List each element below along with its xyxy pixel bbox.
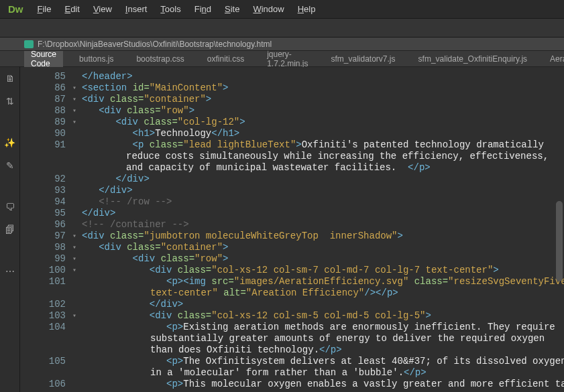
related-files-tabs: Source Code buttons.js bootstrap.css oxf… bbox=[0, 51, 564, 67]
code-text: </p> bbox=[408, 162, 431, 173]
code-text: class= bbox=[178, 310, 211, 321]
menu-window[interactable]: Window bbox=[247, 1, 290, 17]
menu-edit[interactable]: Edit bbox=[58, 1, 85, 17]
menu-site[interactable]: Site bbox=[219, 1, 245, 17]
code-text: class= bbox=[408, 276, 448, 287]
more-icon[interactable]: ⋯ bbox=[4, 265, 16, 277]
line-number: 87 bbox=[20, 94, 70, 105]
code-text: > bbox=[223, 253, 228, 264]
line-number bbox=[20, 162, 70, 174]
line-number bbox=[20, 151, 70, 162]
code-text: class= bbox=[144, 117, 177, 127]
code-text: <div bbox=[82, 242, 127, 253]
code-text: > bbox=[426, 310, 431, 321]
tab-oxfiniti-css[interactable]: oxfiniti.css bbox=[201, 52, 251, 66]
code-text: text-center" bbox=[150, 287, 218, 298]
code-text: </header> bbox=[82, 71, 133, 82]
code-text: class= bbox=[127, 242, 160, 253]
code-text: <h1> bbox=[82, 128, 155, 139]
code-text: "col-xs-12 col-sm-5 col-md-5 col-lg-5" bbox=[211, 310, 425, 321]
tab-aeration-svg[interactable]: AerationEfficiency.svg bbox=[543, 52, 564, 66]
tab-buttons-js[interactable]: buttons.js bbox=[72, 52, 120, 66]
code-text: </p> bbox=[404, 367, 427, 378]
toolbar-strip bbox=[0, 19, 564, 38]
menubar: Dw File Edit View Insert Tools Find Site… bbox=[0, 0, 564, 19]
left-tool-rail: 🗎 ⇅ ✨ ✎ 🗨 🗐 ⋯ bbox=[0, 67, 20, 392]
code-text: > bbox=[398, 231, 403, 241]
wand-icon[interactable]: ✨ bbox=[4, 137, 16, 149]
menu-view[interactable]: View bbox=[87, 1, 118, 17]
line-number: 86 bbox=[20, 82, 70, 94]
code-text: Existing aeration methods are enormously… bbox=[183, 322, 555, 332]
code-text: /></p> bbox=[364, 287, 398, 298]
line-number bbox=[20, 333, 70, 344]
code-text: <p bbox=[82, 139, 150, 150]
menu-insert[interactable]: Insert bbox=[119, 1, 154, 17]
brush-icon[interactable]: ✎ bbox=[4, 159, 16, 172]
code-text: Technology bbox=[155, 128, 211, 139]
main-region: 🗎 ⇅ ✨ ✎ 🗨 🗐 ⋯ 85868788899091929394959697… bbox=[0, 67, 564, 392]
code-text: "container" bbox=[144, 94, 205, 105]
code-text: <div bbox=[82, 253, 161, 264]
code-text: <div bbox=[82, 94, 110, 105]
code-text: than does Oxfiniti technology. bbox=[150, 344, 319, 355]
line-number: 91 bbox=[20, 139, 70, 151]
line-number bbox=[20, 344, 70, 356]
app-logo: Dw bbox=[8, 3, 23, 15]
code-text: </div> bbox=[82, 299, 183, 310]
code-text: <div bbox=[82, 231, 110, 241]
line-number: 99 bbox=[20, 253, 70, 265]
code-text: > bbox=[296, 139, 301, 150]
code-text: class= bbox=[161, 253, 194, 264]
line-number: 93 bbox=[20, 185, 70, 196]
line-number: 85 bbox=[20, 71, 70, 82]
tab-sfm-validate-enquiry-js[interactable]: sfm_validate_OxfinitiEnquiry.js bbox=[412, 52, 534, 66]
tab-bootstrap-css[interactable]: bootstrap.css bbox=[129, 52, 190, 66]
code-text: <p><img bbox=[82, 276, 211, 287]
code-area[interactable]: </header> <section id="MainContent"> <di… bbox=[82, 71, 556, 390]
code-editor[interactable]: 8586878889909192939495969798991001011021… bbox=[20, 67, 564, 392]
menu-find[interactable]: Find bbox=[188, 1, 217, 17]
code-text: class= bbox=[110, 94, 144, 105]
code-text: in a 'molecular' form rather than a 'bub… bbox=[150, 367, 404, 378]
code-text: <div bbox=[82, 265, 178, 275]
code-text: <p> bbox=[82, 379, 183, 389]
code-text: Oxfiniti's patented technology dramatica… bbox=[302, 139, 544, 150]
code-text: > bbox=[189, 105, 194, 116]
tab-sfm-validator-js[interactable]: sfm_validatorv7.js bbox=[325, 52, 402, 66]
menu-file[interactable]: File bbox=[32, 1, 58, 17]
line-number: 106 bbox=[20, 379, 70, 390]
menu-tools[interactable]: Tools bbox=[154, 1, 186, 17]
menu-help[interactable]: Help bbox=[292, 1, 322, 17]
code-text: substantially greater amounts of energy … bbox=[150, 333, 545, 344]
code-text: reduce costs simultaneously while increa… bbox=[126, 151, 549, 161]
code-text: > bbox=[239, 117, 245, 127]
vertical-scrollbar[interactable] bbox=[556, 67, 563, 392]
line-number: 92 bbox=[20, 174, 70, 185]
code-text: </p> bbox=[319, 344, 342, 355]
line-gutter: 8586878889909192939495969798991001011021… bbox=[20, 67, 70, 390]
code-text: <div bbox=[82, 310, 178, 321]
line-number: 105 bbox=[20, 356, 70, 367]
code-text: "Areation Efficiency" bbox=[246, 287, 364, 298]
code-text: <!-- /row --> bbox=[82, 196, 172, 207]
code-text: <p> bbox=[82, 322, 183, 332]
code-text: <div bbox=[82, 105, 127, 116]
code-text: > bbox=[223, 82, 228, 93]
transfer-icon[interactable]: ⇅ bbox=[4, 95, 16, 107]
code-text: "col-lg-12" bbox=[178, 117, 239, 127]
code-text: "container" bbox=[161, 242, 223, 253]
code-text: > bbox=[206, 94, 211, 105]
code-text: id= bbox=[133, 82, 150, 93]
file-icon bbox=[24, 40, 34, 48]
line-number: 102 bbox=[20, 299, 70, 310]
line-number: 94 bbox=[20, 196, 70, 208]
file-manager-icon[interactable]: 🗎 bbox=[4, 72, 16, 84]
code-text: class= bbox=[127, 105, 160, 116]
code-text: "resizeSvgSeventyFive bbox=[448, 276, 564, 287]
comment-icon[interactable]: 🗨 bbox=[4, 201, 16, 213]
line-number: 96 bbox=[20, 219, 70, 231]
scrollbar-thumb[interactable] bbox=[556, 201, 563, 281]
code-text: "lead lightBlueText" bbox=[183, 139, 296, 150]
snippet-icon[interactable]: 🗐 bbox=[4, 224, 16, 236]
